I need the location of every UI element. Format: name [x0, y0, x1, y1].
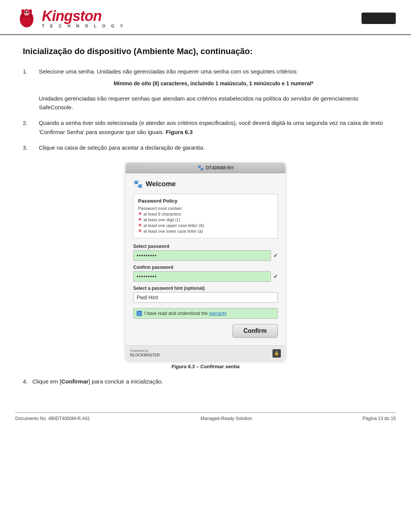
footer-center: Managed-Ready Solution: [201, 416, 252, 421]
blockmaster-text: Powered by BLOCKMASTER: [130, 349, 160, 358]
select-password-input[interactable]: •••••••••: [133, 250, 271, 261]
logo-area: Kingston T E C H N O L O G Y: [15, 7, 125, 30]
page-title: Inicialização do dispositivo (Ambiente M…: [23, 46, 388, 56]
footer-icon: 🔒: [272, 349, 281, 358]
hint-label: Select a password hint (optional): [133, 286, 278, 291]
confirm-password-row: ••••••••• ✓: [133, 271, 278, 282]
hint-row: Pwd Hint: [133, 292, 278, 303]
managed-note: Unidades gerenciadas irão requerer senha…: [39, 94, 388, 112]
policy-title: Password Policy: [138, 198, 273, 204]
hint-input[interactable]: Pwd Hint: [133, 292, 278, 303]
policy-box: Password Policy Password must contain: ✕…: [133, 194, 278, 238]
footer-page-info: Página 13 do 15: [363, 416, 396, 421]
step-4: 4. Clique em [Confirmar] para concluir a…: [23, 377, 388, 386]
svg-point-7: [29, 9, 32, 14]
password-checkmark: ✓: [273, 252, 278, 259]
titlebar-text: 🐾 DT4000M-R®: [150, 165, 282, 171]
figure-caption: Figura 6.3 – Confirmar senha: [171, 364, 239, 369]
hint-value: Pwd Hint: [137, 294, 158, 300]
footer-doc-number: Documento No. 480DT4000M-R.A01: [15, 416, 90, 421]
policy-item-0: ✕ at least 8 characters: [138, 211, 273, 216]
page-footer: Documento No. 480DT4000M-R.A01 Managed-R…: [15, 412, 396, 424]
policy-item-3: ✕ at least one lower case letter (a): [138, 228, 273, 233]
policy-intro: Password must contain:: [138, 206, 273, 211]
app-content: 🐾 Welcome Password Policy Password must …: [126, 173, 285, 345]
step-1-content: Selecione uma senha. Unidades não gerenc…: [39, 67, 388, 112]
select-password-row: ••••••••• ✓: [133, 250, 278, 261]
app-footer: Powered by BLOCKMASTER 🔒: [126, 345, 285, 361]
svg-point-3: [24, 10, 29, 16]
warranty-text: I have read and understood the warranty: [144, 311, 226, 316]
mac-minimize-dot: [136, 166, 141, 170]
app-welcome-row: 🐾 Welcome: [133, 179, 278, 189]
password-dots: •••••••••: [137, 252, 157, 259]
mac-close-dot: [129, 166, 134, 170]
warranty-link[interactable]: warranty: [209, 311, 226, 316]
confirm-checkmark: ✓: [273, 273, 278, 280]
confirm-row: Confirm: [133, 324, 278, 338]
screenshot-wrapper: 🐾 DT4000M-R® 🐾 Welcome Password Policy P…: [23, 163, 388, 369]
svg-point-6: [21, 9, 24, 14]
password-policy-note: Mínimo de oito (8) caracteres, incluindo…: [39, 80, 388, 88]
step-2-text: Quando a senha tiver sido selecionada (e…: [39, 118, 388, 136]
policy-item-1: ✕ at least one digit (1): [138, 217, 273, 222]
device-image: [362, 13, 396, 24]
select-password-label: Select password: [133, 244, 278, 249]
step-1: Selecione uma senha. Unidades não gerenc…: [23, 67, 388, 112]
logo-text: Kingston T E C H N O L O G Y: [42, 9, 125, 28]
main-content: Inicialização do dispositivo (Ambiente M…: [0, 35, 411, 405]
svg-rect-8: [22, 17, 31, 24]
confirm-password-input[interactable]: •••••••••: [133, 271, 271, 282]
kingston-mascot-icon: [15, 7, 38, 30]
svg-point-5: [27, 11, 29, 13]
warranty-checkbox[interactable]: ✓: [137, 311, 142, 316]
welcome-text: Welcome: [146, 180, 176, 188]
kingston-brand: Kingston: [42, 9, 125, 23]
step-2-content: Quando a senha tiver sido selecionada (e…: [39, 118, 388, 136]
confirm-button[interactable]: Confirm: [233, 324, 278, 338]
policy-item-2: ✕ at least one upper case letter (A): [138, 223, 273, 228]
step-2: Quando a senha tiver sido selecionada (e…: [23, 118, 388, 136]
svg-point-4: [25, 11, 26, 13]
warranty-row[interactable]: ✓ I have read and understood the warrant…: [133, 308, 278, 319]
page-header: Kingston T E C H N O L O G Y: [0, 0, 411, 35]
confirm-password-label: Confirm password: [133, 265, 278, 270]
app-screenshot: 🐾 DT4000M-R® 🐾 Welcome Password Policy P…: [126, 163, 285, 361]
technology-label: T E C H N O L O G Y: [42, 24, 125, 28]
step-3-text: Clique na caixa de seleção para aceitar …: [39, 143, 388, 152]
step-3: Clique na caixa de seleção para aceitar …: [23, 143, 388, 152]
mac-titlebar: 🐾 DT4000M-R®: [126, 163, 285, 173]
titlebar-icon: 🐾: [198, 165, 204, 171]
step-3-content: Clique na caixa de seleção para aceitar …: [39, 143, 388, 152]
mac-zoom-dot: [143, 166, 148, 170]
step-1-text: Selecione uma senha. Unidades não gerenc…: [39, 67, 388, 76]
steps-list: Selecione uma senha. Unidades não gerenc…: [23, 67, 388, 152]
confirm-dots: •••••••••: [137, 273, 157, 280]
welcome-icon: 🐾: [133, 179, 143, 189]
